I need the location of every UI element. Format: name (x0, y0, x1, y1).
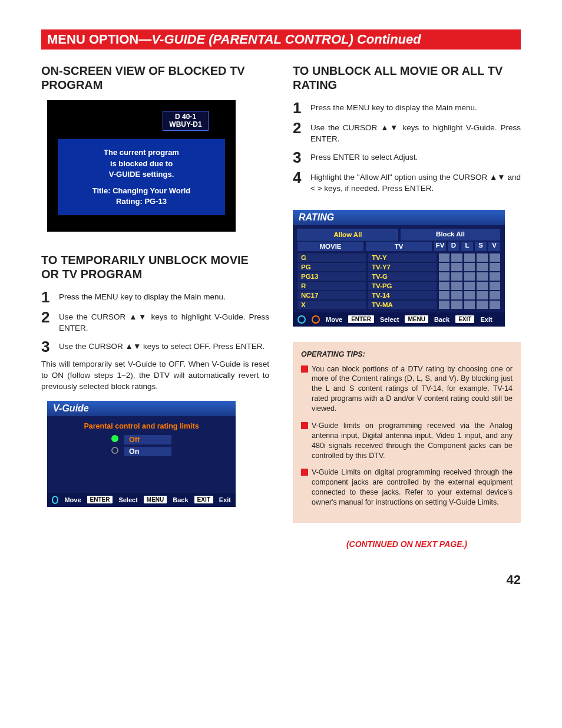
move-icon (312, 315, 320, 324)
content-grid (439, 253, 500, 262)
menu-button: MENU (405, 315, 428, 323)
step-text: Use the CURSOR ▲▼ keys to select OFF. Pr… (59, 339, 269, 353)
right-column: TO UNBLOCK ALL MOVIE OR ALL TV RATING 1P… (293, 64, 521, 549)
tv-rating: TV-Y7 (368, 263, 437, 271)
content-grid (439, 272, 500, 281)
enter-button: ENTER (348, 315, 374, 323)
step-text: Use the CURSOR ▲▼ keys to highlight V-Gu… (310, 120, 521, 145)
rating-header: RATING (293, 210, 505, 225)
content-grid (439, 291, 500, 299)
step-number: 2 (293, 120, 310, 136)
page-number: 42 (41, 572, 521, 588)
vguide-menu-mockup: V-Guide Parental control and rating limi… (47, 401, 236, 507)
step-text: Press ENTER to select Adjust. (310, 150, 521, 163)
move-icon (297, 315, 306, 324)
content-grid (439, 282, 500, 290)
rating-row: PG13TV-G (297, 272, 500, 281)
rating-row: XTV-MA (297, 301, 500, 309)
rating-row: PGTV-Y7 (297, 263, 500, 271)
step-number: 3 (293, 150, 310, 165)
enter-button: ENTER (87, 496, 113, 503)
tv-rating: TV-14 (368, 291, 437, 299)
banner-title: MENU OPTION—V-GUIDE (PARENTAL CONTROL) C… (41, 29, 521, 50)
tip-text: V-Guide limits on programming received v… (312, 421, 513, 461)
move-icon (52, 496, 58, 504)
step-number: 4 (293, 170, 310, 185)
banner-prefix: MENU OPTION— (47, 32, 151, 47)
movie-rating: G (297, 253, 366, 262)
blocked-screen-mockup: D 40-1 WBUY-D1 The current program is bl… (47, 100, 236, 232)
vguide-header: V-Guide (47, 401, 236, 416)
rating-menu-mockup: RATING Allow All Block All MOVIE TV FV D… (293, 210, 505, 327)
nav-bar: Move ENTER Select MENU Back EXIT Exit (293, 312, 505, 327)
tv-rating: TV-MA (368, 301, 437, 309)
content-flags: FV D L S V (434, 242, 500, 251)
rating-row: RTV-PG (297, 282, 500, 290)
left-column: ON-SCREEN VIEW OF BLOCKED TV PROGRAM D 4… (41, 64, 269, 549)
heading-unblock-all: TO UNBLOCK ALL MOVIE OR ALL TV RATING (293, 64, 521, 92)
tip-text: You can block portions of a DTV rating b… (312, 364, 513, 414)
rating-row: GTV-Y (297, 253, 500, 262)
step-number: 1 (293, 100, 310, 116)
content-grid (439, 263, 500, 271)
step-number: 3 (41, 339, 59, 354)
movie-rating: R (297, 282, 366, 290)
bullet-icon (301, 365, 308, 373)
step-text: Press the MENU key to display the Main m… (310, 100, 521, 114)
movie-rating: NC17 (297, 291, 366, 299)
heading-temporarily-unblock: TO TEMPORARILY UNBLOCK MOVIE OR TV PROGR… (41, 253, 269, 281)
step-number: 1 (41, 289, 59, 305)
exit-button: EXIT (455, 315, 474, 323)
step-text: Highlight the "Allow All" option using t… (310, 170, 521, 195)
radio-on-icon (111, 447, 118, 454)
tips-title: OPERATING TIPS: (301, 350, 513, 358)
movie-rating: X (297, 301, 366, 309)
option-off: Off (124, 435, 171, 444)
tv-rating: TV-PG (368, 282, 437, 290)
blocked-message: The current program is blocked due to V-… (58, 139, 225, 215)
operating-tips: OPERATING TIPS: You can block portions o… (293, 342, 521, 523)
movie-rating: PG (297, 263, 366, 271)
rating-row: NC17TV-14 (297, 291, 500, 299)
continued-note: (CONTINUED ON NEXT PAGE.) (293, 539, 521, 549)
col-movie: MOVIE (297, 242, 363, 251)
note-paragraph: This will temporarily set V-Guide to OFF… (41, 359, 269, 393)
tv-rating: TV-Y (368, 253, 437, 262)
exit-button: EXIT (194, 496, 213, 503)
allow-all-cell: Allow All (297, 229, 398, 241)
col-tv: TV (366, 242, 432, 251)
tv-rating: TV-G (368, 272, 437, 281)
step-text: Press the MENU key to display the Main m… (59, 289, 269, 303)
radio-off-icon (111, 435, 118, 442)
menu-button: MENU (144, 496, 167, 503)
channel-badge: D 40-1 WBUY-D1 (163, 111, 208, 131)
tip-text: V-Guide Limits on digital programming re… (312, 467, 513, 508)
bullet-icon (301, 469, 308, 476)
step-text: Use the CURSOR ▲▼ keys to highlight V-Gu… (59, 309, 269, 334)
nav-bar: Move ENTER Select MENU Back EXIT Exit (47, 493, 236, 507)
heading-blocked-view: ON-SCREEN VIEW OF BLOCKED TV PROGRAM (41, 64, 269, 92)
bullet-icon (301, 422, 308, 429)
content-grid (439, 301, 500, 309)
vguide-subtitle: Parental control and rating limits (47, 416, 236, 434)
block-all-cell: Block All (401, 229, 500, 241)
option-on: On (124, 447, 171, 456)
step-number: 2 (41, 309, 59, 325)
banner-text: V-GUIDE (PARENTAL CONTROL) Continued (151, 32, 421, 47)
movie-rating: PG13 (297, 272, 366, 281)
